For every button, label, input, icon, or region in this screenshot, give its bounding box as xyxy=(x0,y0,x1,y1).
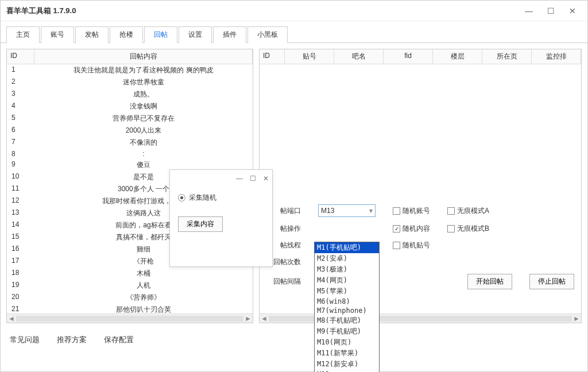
right-panel: ID贴号吧名fid楼层所在页监控排 ◄ ► 帖端口 M13 ▾ xyxy=(259,49,582,323)
chk-traceless-a[interactable]: 无痕模式A xyxy=(447,206,489,216)
port-select[interactable]: M13 ▾ xyxy=(318,204,376,217)
table-row[interactable]: 20《营养师》 xyxy=(7,292,253,304)
content-area: ID 回帖内容 1我关注他就是就是为了看这种视频的 爽的鸭皮2迷你世界牧童3成熟… xyxy=(1,43,587,329)
left-h-scrollbar[interactable]: ◄ ► xyxy=(7,313,253,323)
dropdown-option[interactable]: M4(网页) xyxy=(315,275,379,286)
table-row[interactable]: 1我关注他就是就是为了看这种视频的 爽的鸭皮 xyxy=(7,64,253,76)
interval-label: 回帖间隔 xyxy=(266,277,301,286)
scroll-right-icon[interactable]: ► xyxy=(243,315,253,323)
col-header[interactable]: 贴号 xyxy=(285,49,334,64)
main-tabs: 主页账号发帖抢楼回帖设置插件小黑板 xyxy=(1,21,587,43)
window-title: 喜羊羊工具箱 1.7.9.0 xyxy=(6,6,523,16)
popup-close-icon[interactable]: ✕ xyxy=(263,175,269,183)
dropdown-option[interactable]: M7(winphone) xyxy=(315,306,379,315)
chk-random-account[interactable]: 随机账号 xyxy=(393,206,430,216)
controls-area: 帖端口 M13 ▾ 随机账号 无痕模式A 帖操作 xyxy=(260,199,581,302)
popup-titlebar: — ☐ ✕ xyxy=(170,170,272,187)
dropdown-option[interactable]: M10(网页) xyxy=(315,337,379,348)
table-row[interactable]: 7不像演的 xyxy=(7,137,253,149)
scroll-left-icon[interactable]: ◄ xyxy=(260,315,269,323)
footer: 常见问题推荐方案保存配置 xyxy=(1,329,587,351)
port-value: M13 xyxy=(321,207,334,215)
checkbox-icon: ✓ xyxy=(393,225,400,232)
right-table-header: ID贴号吧名fid楼层所在页监控排 xyxy=(260,49,581,64)
table-row[interactable]: 18木桶 xyxy=(7,268,253,280)
chk-traceless-b[interactable]: 无痕模式B xyxy=(447,224,489,234)
tab-4[interactable]: 回帖 xyxy=(144,26,177,43)
tab-7[interactable]: 小黑板 xyxy=(247,26,288,43)
tab-3[interactable]: 抢楼 xyxy=(110,26,143,43)
tab-6[interactable]: 插件 xyxy=(213,26,246,43)
dropdown-option[interactable]: M9(手机贴吧) xyxy=(315,326,379,337)
dropdown-option[interactable]: M2(安卓) xyxy=(315,253,379,264)
col-header[interactable]: 楼层 xyxy=(433,49,482,64)
left-table-header: ID 回帖内容 xyxy=(7,49,253,64)
col-content[interactable]: 回帖内容 xyxy=(34,49,253,64)
col-header[interactable]: 监控排 xyxy=(532,49,581,64)
app-window: 喜羊羊工具箱 1.7.9.0 — ☐ ✕ 主页账号发帖抢楼回帖设置插件小黑板 I… xyxy=(0,0,588,372)
dropdown-option[interactable]: M12(新安卓) xyxy=(315,359,379,370)
dropdown-option[interactable]: M13 xyxy=(315,370,379,372)
close-icon[interactable]: ✕ xyxy=(567,6,578,16)
table-row[interactable]: 19人机 xyxy=(7,280,253,292)
radio-icon xyxy=(178,194,185,202)
checkbox-icon xyxy=(447,225,455,232)
minimize-icon[interactable]: — xyxy=(523,6,535,16)
dropdown-option[interactable]: M6(win8) xyxy=(315,297,379,306)
tab-5[interactable]: 设置 xyxy=(179,26,212,43)
footer-link[interactable]: 推荐方案 xyxy=(57,335,87,345)
chevron-down-icon: ▾ xyxy=(369,207,373,215)
tab-1[interactable]: 账号 xyxy=(41,26,74,43)
dropdown-option[interactable]: M11(新苹果) xyxy=(315,348,379,359)
right-h-scrollbar[interactable]: ◄ ► xyxy=(260,313,581,323)
checkbox-icon xyxy=(393,207,400,215)
dropdown-option[interactable]: M5(苹果) xyxy=(315,286,379,297)
scroll-right-icon[interactable]: ► xyxy=(572,315,581,323)
window-controls: — ☐ ✕ xyxy=(523,6,582,16)
popup-maximize-icon[interactable]: ☐ xyxy=(250,175,256,183)
popup-minimize-icon[interactable]: — xyxy=(236,175,243,183)
table-row[interactable]: 4没拿钱啊 xyxy=(7,100,253,113)
dropdown-option[interactable]: M1(手机贴吧) xyxy=(315,242,379,253)
col-header[interactable]: fid xyxy=(384,49,433,64)
port-dropdown-list[interactable]: M1(手机贴吧)M2(安卓)M3(极速)M4(网页)M5(苹果)M6(win8)… xyxy=(314,242,380,372)
stop-button[interactable]: 停止回帖 xyxy=(529,274,574,289)
col-header[interactable]: ID xyxy=(260,49,285,64)
col-header[interactable]: 吧名 xyxy=(334,49,384,64)
checkbox-icon xyxy=(393,242,400,249)
scroll-left-icon[interactable]: ◄ xyxy=(7,315,16,323)
table-row[interactable]: 2迷你世界牧童 xyxy=(7,76,253,88)
titlebar: 喜羊羊工具箱 1.7.9.0 — ☐ ✕ xyxy=(1,1,587,21)
scroll-track[interactable] xyxy=(16,316,243,321)
dropdown-option[interactable]: M8(手机贴吧) xyxy=(315,315,379,326)
table-row[interactable]: 5营养师早已不复存在 xyxy=(7,113,253,125)
checkbox-icon xyxy=(447,207,455,215)
table-row[interactable]: 8: xyxy=(7,149,253,159)
footer-link[interactable]: 保存配置 xyxy=(104,335,134,345)
dropdown-option[interactable]: M3(极速) xyxy=(315,264,379,275)
chk-random-tid[interactable]: 随机贴号 xyxy=(393,241,430,250)
footer-link[interactable]: 常见问题 xyxy=(10,335,40,345)
chk-random-content[interactable]: ✓ 随机内容 xyxy=(393,224,430,234)
collect-random-radio[interactable]: 采集随机 xyxy=(178,193,264,203)
col-header[interactable]: 所在页 xyxy=(482,49,532,64)
collect-content-button[interactable]: 采集内容 xyxy=(178,216,223,232)
table-row[interactable]: 62000人出来 xyxy=(7,125,253,137)
maximize-icon[interactable]: ☐ xyxy=(545,6,556,16)
tab-2[interactable]: 发帖 xyxy=(75,26,109,43)
tab-0[interactable]: 主页 xyxy=(6,26,40,43)
col-id[interactable]: ID xyxy=(7,49,34,64)
table-row[interactable]: 3成熟。 xyxy=(7,88,253,100)
collect-popup: — ☐ ✕ 采集随机 采集内容 xyxy=(169,169,273,267)
start-button[interactable]: 开始回帖 xyxy=(467,274,512,289)
